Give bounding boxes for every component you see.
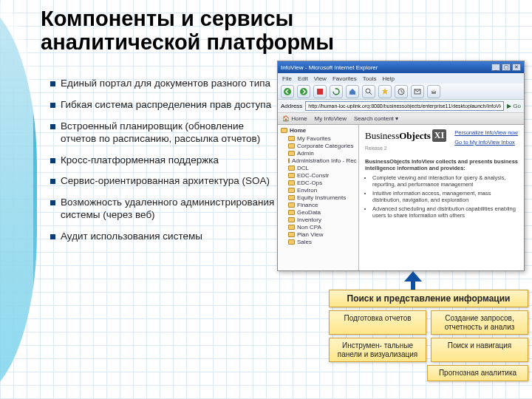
bullet-list: Единый портал для документов разного тип… bbox=[50, 78, 276, 252]
content-pane: BusinessObjects XI Personalize InfoView … bbox=[359, 125, 524, 270]
folder-icon bbox=[281, 128, 287, 133]
svg-line-4 bbox=[369, 92, 372, 95]
menubar: File Edit View Favorites Tools Help bbox=[278, 73, 524, 83]
box-reports: Подготовка отчетов bbox=[329, 310, 426, 335]
maximize-button[interactable]: ▢ bbox=[502, 64, 511, 71]
mail-icon[interactable] bbox=[411, 85, 424, 98]
folder-icon bbox=[288, 210, 295, 215]
svg-rect-2 bbox=[317, 89, 323, 95]
tree-item[interactable]: Administration Info - Rec bbox=[288, 157, 355, 164]
inbox-link[interactable]: Go to My InfoView Inbox bbox=[454, 139, 518, 146]
bullet-item: Кросс-платформенная поддержка bbox=[50, 154, 276, 167]
folder-icon bbox=[288, 232, 295, 237]
description-item: Intuitive information access, management… bbox=[372, 190, 518, 203]
tree-item[interactable]: Equity Instruments bbox=[288, 194, 355, 201]
tree-item[interactable]: Finance bbox=[288, 202, 355, 208]
app-search[interactable]: Search content ▾ bbox=[354, 115, 398, 122]
bullet-item: Единый портал для документов разного тип… bbox=[50, 78, 276, 90]
folder-tree: Home My Favorites Corporate Categories A… bbox=[278, 125, 359, 270]
app-toolbar: 🏠 Home My InfoView Search content ▾ bbox=[278, 113, 524, 125]
folder-icon bbox=[288, 225, 295, 230]
folder-icon bbox=[288, 143, 295, 149]
decorative-swirl bbox=[0, 0, 37, 399]
minimize-button[interactable]: _ bbox=[491, 64, 500, 71]
slide-title: Компоненты и сервисы аналитической платф… bbox=[41, 7, 358, 55]
tree-item[interactable]: Plan View bbox=[288, 231, 355, 238]
folder-icon bbox=[288, 239, 295, 245]
toolbar bbox=[278, 83, 524, 100]
businessobjects-logo: BusinessObjects XI bbox=[365, 129, 446, 142]
folder-icon bbox=[288, 151, 295, 156]
menu-item[interactable]: Favorites bbox=[332, 75, 357, 82]
tree-item[interactable]: EDC-Constr bbox=[288, 172, 355, 179]
folder-icon bbox=[288, 158, 290, 163]
close-button[interactable]: ✕ bbox=[512, 64, 521, 71]
svg-point-1 bbox=[300, 88, 307, 95]
address-label: Address bbox=[281, 103, 302, 109]
tree-root[interactable]: Home bbox=[281, 127, 355, 134]
bullet-item: Возможность удаленного администрирования… bbox=[50, 197, 276, 222]
tree-item[interactable]: Corporate Categories bbox=[288, 143, 355, 149]
tree-item[interactable]: My Favorites bbox=[288, 135, 355, 142]
tree-item[interactable]: Environ bbox=[288, 187, 355, 194]
description-lead: BusinessObjects InfoView collects and pr… bbox=[365, 158, 518, 171]
favorites-icon[interactable] bbox=[378, 85, 392, 98]
app-myinfoview[interactable]: My InfoView bbox=[315, 115, 347, 122]
menu-item[interactable]: View bbox=[314, 75, 327, 82]
folder-icon bbox=[288, 202, 295, 208]
folder-icon bbox=[288, 136, 295, 141]
titlebar: InfoView - Microsoft Internet Explorer _… bbox=[278, 61, 524, 73]
menu-item[interactable]: File bbox=[282, 75, 292, 82]
box-navigation: Поиск и навигация bbox=[431, 338, 528, 362]
menu-item[interactable]: Help bbox=[382, 75, 394, 82]
description-item: Advanced scheduling and distribution cap… bbox=[372, 205, 518, 219]
feature-boxes: Поиск и представление информации Подгото… bbox=[329, 290, 528, 381]
tree-item[interactable]: EDC-Ops bbox=[288, 180, 355, 186]
tree-item[interactable]: Sales bbox=[288, 239, 355, 245]
svg-rect-8 bbox=[432, 89, 435, 92]
bullet-item: Встроенный планировщик (обновление отчет… bbox=[50, 120, 276, 146]
tree-item[interactable]: DCL bbox=[288, 165, 355, 171]
bullet-item: Гибкая система распределения прав доступ… bbox=[50, 99, 276, 112]
box-forecast: Прогнозная аналитика bbox=[427, 365, 528, 381]
browser-window: InfoView - Microsoft Internet Explorer _… bbox=[277, 61, 525, 271]
history-icon[interactable] bbox=[395, 85, 408, 98]
box-queries: Создание запросов, отчетность и анализ bbox=[431, 310, 528, 335]
address-bar: Address ▶ Go bbox=[278, 100, 524, 113]
folder-icon bbox=[288, 188, 295, 193]
app-home[interactable]: 🏠 Home bbox=[282, 115, 307, 122]
svg-point-0 bbox=[284, 88, 291, 95]
folder-icon bbox=[288, 217, 295, 222]
folder-icon bbox=[288, 166, 295, 171]
box-dashboards: Инструмен- тальные панели и визуализация bbox=[329, 338, 426, 362]
print-icon[interactable] bbox=[427, 85, 440, 98]
personalize-link[interactable]: Personalize InfoView now bbox=[454, 129, 518, 136]
back-button[interactable] bbox=[281, 85, 294, 98]
menu-item[interactable]: Edit bbox=[298, 75, 308, 82]
refresh-button[interactable] bbox=[330, 85, 343, 98]
url-input[interactable] bbox=[305, 101, 504, 111]
folder-icon bbox=[288, 195, 295, 200]
home-button[interactable] bbox=[346, 85, 359, 98]
tree-item[interactable]: Admin bbox=[288, 150, 355, 157]
menu-item[interactable]: Tools bbox=[363, 75, 377, 82]
go-button[interactable]: ▶ Go bbox=[507, 103, 521, 109]
forward-button[interactable] bbox=[297, 85, 310, 98]
window-title: InfoView - Microsoft Internet Explorer bbox=[281, 64, 378, 71]
description-item: Complete viewing and interaction for que… bbox=[372, 174, 518, 188]
search-icon[interactable] bbox=[362, 85, 375, 98]
box-main: Поиск и представление информации bbox=[329, 290, 528, 307]
tree-item[interactable]: Non CPA bbox=[288, 224, 355, 231]
bullet-item: Сервис-ориентированная архитектура (SOA) bbox=[50, 175, 276, 188]
folder-icon bbox=[288, 180, 295, 185]
bullet-item: Аудит использования системы bbox=[50, 231, 276, 243]
folder-icon bbox=[288, 173, 295, 178]
tree-item[interactable]: Inventory bbox=[288, 216, 355, 223]
tree-item[interactable]: GeoData bbox=[288, 209, 355, 216]
stop-button[interactable] bbox=[313, 85, 327, 98]
